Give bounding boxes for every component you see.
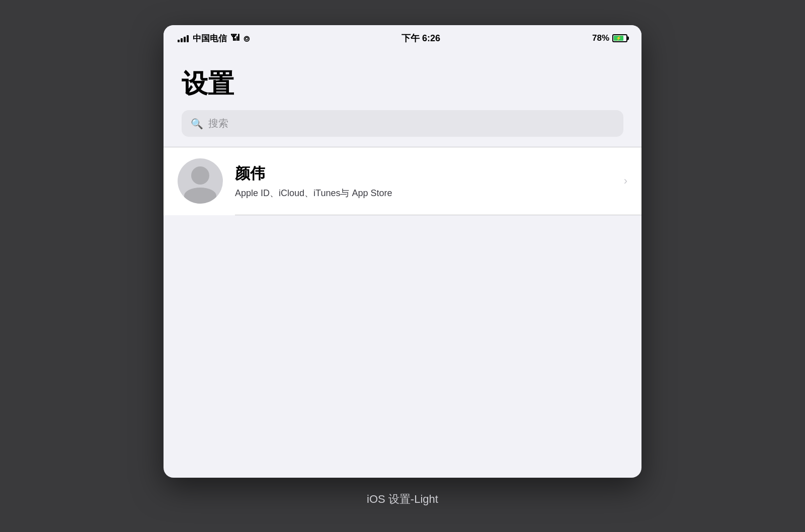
avatar-head	[191, 166, 209, 185]
profile-name: 颜伟	[235, 163, 612, 184]
phone-frame: 中国电信 📶︎ ⌾ 下午 6:26 78% ⚡ 设置 🔍 搜索	[164, 25, 641, 478]
profile-row[interactable]: 颜伟 Apple ID、iCloud、iTunes与 App Store ›	[164, 147, 641, 215]
profile-info: 颜伟 Apple ID、iCloud、iTunes与 App Store	[235, 163, 612, 199]
page-title: 设置	[182, 69, 623, 98]
search-bar[interactable]: 🔍 搜索	[182, 110, 623, 137]
avatar-body	[184, 188, 216, 204]
battery-icon: ⚡	[612, 34, 627, 42]
signal-bar-2	[181, 38, 183, 42]
signal-bar-1	[178, 40, 180, 42]
avatar	[178, 158, 223, 204]
battery-percent-label: 78%	[592, 33, 609, 43]
header-section: 设置 🔍 搜索	[164, 49, 641, 147]
search-icon: 🔍	[191, 118, 203, 130]
profile-subtitle: Apple ID、iCloud、iTunes与 App Store	[235, 187, 612, 199]
chevron-right-icon: ›	[624, 174, 627, 188]
battery-bolt-icon: ⚡	[616, 36, 621, 41]
profile-row-divider	[235, 215, 641, 215]
status-right: 78% ⚡	[592, 33, 627, 43]
signal-bars-icon	[178, 34, 189, 42]
list-section: 颜伟 Apple ID、iCloud、iTunes与 App Store ›	[164, 147, 641, 215]
page-caption: iOS 设置-Light	[367, 492, 438, 507]
search-placeholder: 搜索	[208, 117, 228, 130]
status-bar: 中国电信 📶︎ ⌾ 下午 6:26 78% ⚡	[164, 25, 641, 49]
signal-bar-4	[187, 35, 189, 42]
signal-bar-3	[184, 37, 186, 42]
status-left: 中国电信 📶︎ ⌾	[178, 33, 250, 44]
status-time: 下午 6:26	[401, 32, 440, 44]
wifi-icon: 📶︎	[231, 33, 239, 43]
wifi-symbol: ⌾	[244, 33, 250, 44]
content-area: 设置 🔍 搜索 颜伟 Apple ID、iCloud、iTun	[164, 49, 641, 478]
carrier-label: 中国电信	[193, 33, 227, 44]
